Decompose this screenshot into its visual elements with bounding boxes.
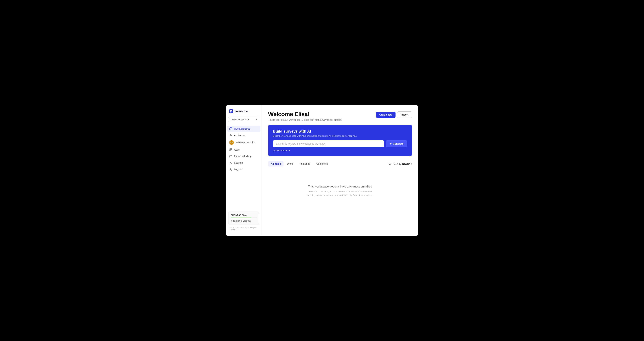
sidebar-item-user[interactable]: SS Sebastien Schultz bbox=[227, 139, 260, 146]
tab-all-items[interactable]: All items bbox=[268, 161, 284, 166]
svg-rect-11 bbox=[230, 150, 231, 151]
svg-rect-1 bbox=[231, 110, 232, 111]
plan-progress-fill bbox=[231, 218, 252, 218]
logo-text: brainactive bbox=[234, 110, 248, 113]
billing-icon bbox=[229, 155, 232, 158]
svg-point-16 bbox=[230, 168, 231, 169]
main-content: Welcome Elisa! This is your default work… bbox=[262, 105, 418, 236]
copyright: © Brainactive.ai 2023. All rights reserv… bbox=[228, 225, 259, 230]
tab-published[interactable]: Published bbox=[297, 161, 313, 166]
plan-card: BUSINESS PLAN 7 days left in your trial bbox=[228, 212, 259, 225]
sidebar-item-audiences[interactable]: Audiences bbox=[227, 132, 260, 138]
svg-rect-3 bbox=[231, 112, 232, 112]
lightning-icon bbox=[390, 142, 392, 145]
sort-label: Sort by: bbox=[394, 162, 402, 165]
svg-line-19 bbox=[390, 164, 391, 165]
sidebar-item-settings[interactable]: Settings bbox=[227, 160, 260, 166]
empty-state: This workspace doesn't have any question… bbox=[268, 171, 412, 204]
import-button[interactable]: Import bbox=[397, 112, 412, 118]
sidebar-item-apps[interactable]: Apps bbox=[227, 147, 260, 153]
logo: brainactive bbox=[226, 109, 262, 116]
ai-prompt-input[interactable] bbox=[273, 140, 384, 147]
svg-point-15 bbox=[230, 162, 231, 163]
tabs-row: All items Drafts Published Completed Sor… bbox=[268, 161, 412, 166]
sidebar-item-label-questionnaires: Questionnaires bbox=[234, 128, 250, 130]
audiences-icon bbox=[229, 134, 232, 137]
sidebar-item-label-audiences: Audiences bbox=[234, 134, 245, 137]
sort-chevron-icon: ▾ bbox=[411, 162, 412, 165]
view-examples-link[interactable]: View examples ▾ bbox=[273, 149, 407, 152]
main-body: Build surveys with AI Describe your use-… bbox=[262, 125, 418, 210]
sidebar-item-logout[interactable]: Log out bbox=[227, 166, 260, 172]
workspace-name: Default workspace bbox=[230, 118, 249, 121]
sidebar: brainactive Default workspace ▾ Question… bbox=[226, 105, 262, 236]
svg-rect-2 bbox=[230, 112, 231, 112]
tab-completed[interactable]: Completed bbox=[314, 161, 331, 166]
sidebar-item-label-apps: Apps bbox=[234, 148, 240, 151]
chevron-down-icon: ▾ bbox=[289, 149, 290, 152]
sort-selector[interactable]: Sort by: Newest ▾ bbox=[394, 162, 412, 165]
plan-trial-text: 7 days left in your trial bbox=[231, 220, 257, 222]
empty-state-title: This workspace doesn't have any question… bbox=[308, 185, 372, 188]
search-button[interactable] bbox=[388, 162, 392, 166]
sidebar-item-label-settings: Settings bbox=[234, 162, 243, 164]
sidebar-nav: Questionnaires Audiences SS Sebastien Sc… bbox=[226, 126, 262, 209]
settings-icon bbox=[229, 161, 232, 164]
sidebar-item-label-logout: Log out bbox=[234, 168, 242, 171]
ai-input-row: Generate bbox=[273, 140, 407, 147]
sort-value: Newest bbox=[402, 162, 410, 165]
header-actions: Create new Import bbox=[376, 112, 412, 118]
tab-actions: Sort by: Newest ▾ bbox=[388, 162, 412, 166]
questionnaire-icon bbox=[229, 127, 232, 130]
svg-rect-10 bbox=[231, 148, 232, 150]
sidebar-item-label-billing: Plans and billing bbox=[234, 155, 252, 158]
apps-icon bbox=[229, 148, 232, 151]
svg-rect-12 bbox=[231, 150, 232, 151]
ai-banner-title: Build surveys with AI bbox=[273, 129, 407, 134]
sidebar-bottom: BUSINESS PLAN 7 days left in your trial … bbox=[226, 209, 262, 233]
sidebar-item-plans-billing[interactable]: Plans and billing bbox=[227, 153, 260, 159]
header-left: Welcome Elisa! This is your default work… bbox=[268, 111, 342, 121]
page-subtitle: This is your default workspace. Create y… bbox=[268, 118, 342, 121]
logout-icon bbox=[229, 168, 232, 171]
svg-rect-0 bbox=[230, 110, 231, 111]
page-title: Welcome Elisa! bbox=[268, 111, 342, 118]
tab-drafts[interactable]: Drafts bbox=[284, 161, 296, 166]
svg-rect-9 bbox=[230, 148, 231, 150]
avatar: SS bbox=[229, 140, 234, 145]
sidebar-item-questionnaires[interactable]: Questionnaires bbox=[227, 126, 260, 132]
chevron-down-icon: ▾ bbox=[256, 118, 257, 120]
empty-state-description: To create a new one, you can use our AI … bbox=[308, 190, 373, 197]
ai-banner: Build surveys with AI Describe your use-… bbox=[268, 125, 412, 156]
plan-progress-bar bbox=[231, 218, 257, 218]
search-icon bbox=[388, 162, 392, 165]
user-name: Sebastien Schultz bbox=[236, 141, 255, 144]
workspace-selector[interactable]: Default workspace ▾ bbox=[228, 116, 259, 122]
ai-banner-subtitle: Describe your use-case with your own wor… bbox=[273, 134, 407, 137]
generate-button[interactable]: Generate bbox=[386, 140, 407, 147]
page-header: Welcome Elisa! This is your default work… bbox=[262, 105, 418, 125]
create-new-button[interactable]: Create new bbox=[376, 112, 396, 118]
plan-name: BUSINESS PLAN bbox=[231, 214, 257, 216]
logo-icon bbox=[229, 109, 233, 113]
svg-rect-13 bbox=[230, 156, 232, 157]
